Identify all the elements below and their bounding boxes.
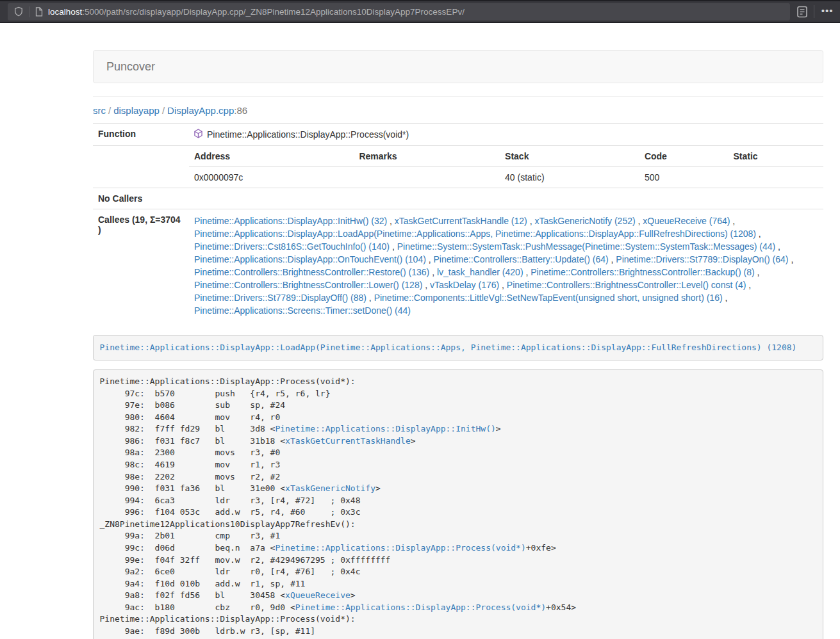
value-stack: 40 (static): [500, 167, 639, 188]
details-row: Address Remarks Stack Code Static 0x0000…: [93, 146, 823, 188]
callee-link[interactable]: xQueueReceive (764): [643, 216, 730, 226]
url-bar[interactable]: localhost:5000/path/src/displayapp/Displ…: [8, 3, 790, 20]
details-header-row: Address Remarks Stack Code Static: [189, 146, 823, 167]
function-name: Pinetime::Applications::DisplayApp::Proc…: [207, 129, 409, 140]
callee-link[interactable]: Pinetime::System::SystemTask::PushMessag…: [397, 241, 776, 252]
callees-row: Callees (19, Σ=3704 ) Pinetime::Applicat…: [93, 209, 823, 323]
breadcrumb-link-src[interactable]: src: [93, 105, 106, 116]
callee-link[interactable]: Pinetime::Controllers::BrightnessControl…: [194, 267, 429, 277]
col-address: Address: [189, 146, 354, 167]
loadapp-symbol-box: Pinetime::Applications::DisplayApp::Load…: [93, 335, 823, 360]
callee-separator: ,: [636, 216, 643, 226]
callee-link[interactable]: Pinetime::Applications::Screens::Timer::…: [194, 305, 411, 316]
browser-toolbar: localhost:5000/path/src/displayapp/Displ…: [0, 0, 840, 23]
disassembly-symbol-link[interactable]: Pinetime::Applications::DisplayApp::Proc…: [295, 603, 546, 612]
callee-link[interactable]: Pinetime::Controllers::BrightnessControl…: [194, 280, 422, 290]
callee-separator: ,: [755, 267, 760, 277]
breadcrumb-line-number: :86: [234, 105, 247, 116]
page-content: Puncover src/displayapp/DisplayApp.cpp:8…: [93, 23, 823, 639]
brand-title[interactable]: Puncover: [94, 60, 155, 74]
toolbar-divider: [814, 5, 814, 18]
callee-link[interactable]: Pinetime::Drivers::St7789::DisplayOn() (…: [616, 254, 788, 264]
function-row: Function Pinetime::Applications::Display…: [93, 124, 823, 146]
breadcrumb-separator: /: [162, 105, 165, 116]
cube-icon: [194, 129, 207, 140]
callees-label: Callees (19, Σ=3704 ): [93, 209, 189, 323]
col-remarks: Remarks: [354, 146, 500, 167]
callee-link[interactable]: Pinetime::Applications::DisplayApp::OnTo…: [194, 254, 426, 264]
callee-link[interactable]: Pinetime::Controllers::Battery::Update()…: [434, 254, 609, 264]
disassembly-symbol-link[interactable]: xTaskGetCurrentTaskHandle: [285, 436, 411, 446]
col-static: Static: [728, 146, 823, 167]
breadcrumb: src/displayapp/DisplayApp.cpp:86: [93, 105, 823, 116]
callee-separator: ,: [746, 280, 751, 290]
disassembly-block: Pinetime::Applications::DisplayApp::Proc…: [93, 369, 823, 639]
callee-link[interactable]: Pinetime::Controllers::BrightnessControl…: [531, 267, 754, 277]
no-callers-label: No Callers: [93, 188, 189, 209]
details-value-row: 0x0000097c 40 (static) 500: [189, 167, 823, 188]
breadcrumb-link-file[interactable]: DisplayApp.cpp: [167, 105, 234, 116]
url-text[interactable]: localhost:5000/path/src/displayapp/Displ…: [48, 7, 465, 17]
url-host: localhost: [48, 7, 82, 17]
reader-mode-icon[interactable]: [797, 6, 807, 18]
callee-separator: ,: [390, 241, 397, 252]
navbar: Puncover: [93, 50, 823, 83]
loadapp-symbol-link[interactable]: Pinetime::Applications::DisplayApp::Load…: [100, 343, 797, 352]
divider: [93, 96, 823, 97]
shield-icon[interactable]: [14, 6, 23, 17]
disassembly-symbol-link[interactable]: xTaskGenericNotify: [285, 483, 375, 493]
disassembly-symbol-link[interactable]: Pinetime::Applications::DisplayApp::Init…: [275, 424, 495, 433]
urlbar-divider: [29, 6, 29, 17]
callee-link[interactable]: Pinetime::Components::LittleVgl::SetNewT…: [374, 293, 723, 303]
url-path: :5000/path/src/displayapp/DisplayApp.cpp…: [82, 7, 465, 17]
callee-separator: ,: [789, 254, 794, 264]
callee-separator: ,: [387, 216, 395, 226]
callee-link[interactable]: xTaskGenericNotify (252): [534, 216, 635, 226]
callee-link[interactable]: Pinetime::Drivers::Cst816S::GetTouchInfo…: [194, 241, 390, 252]
value-remarks: [354, 167, 500, 188]
value-address: 0x0000097c: [189, 167, 354, 188]
callee-link[interactable]: lv_task_handler (420): [437, 267, 523, 277]
col-code: Code: [639, 146, 729, 167]
callee-separator: ,: [723, 293, 728, 303]
disassembly-symbol-link[interactable]: xQueueReceive: [285, 590, 350, 600]
value-code: 500: [639, 167, 729, 188]
callee-link[interactable]: Pinetime::Applications::DisplayApp::Init…: [194, 216, 387, 226]
callee-separator: ,: [756, 229, 761, 239]
no-callers-row: No Callers: [93, 188, 823, 209]
callee-separator: ,: [523, 267, 531, 277]
callee-link[interactable]: xTaskGetCurrentTaskHandle (12): [395, 216, 527, 226]
callee-link[interactable]: vTaskDelay (176): [430, 280, 499, 290]
callee-link[interactable]: Pinetime::Controllers::BrightnessControl…: [507, 280, 746, 290]
col-stack: Stack: [500, 146, 639, 167]
value-static: [728, 167, 823, 188]
breadcrumb-separator: /: [108, 105, 111, 116]
callee-separator: ,: [429, 267, 437, 277]
callee-separator: ,: [366, 293, 374, 303]
callee-separator: ,: [775, 241, 780, 252]
callee-separator: ,: [422, 280, 430, 290]
disassembly-symbol-link[interactable]: Pinetime::Applications::DisplayApp::Proc…: [275, 543, 525, 553]
page-icon[interactable]: [35, 7, 43, 17]
function-table: Function Pinetime::Applications::Display…: [93, 123, 823, 322]
function-details-table: Address Remarks Stack Code Static 0x0000…: [189, 146, 823, 188]
callee-separator: ,: [499, 280, 507, 290]
callee-link[interactable]: Pinetime::Applications::DisplayApp::Load…: [194, 229, 756, 239]
function-label: Function: [93, 124, 189, 146]
callee-link[interactable]: Pinetime::Drivers::St7789::DisplayOff() …: [194, 293, 366, 303]
menu-dots-icon[interactable]: •••: [821, 6, 834, 18]
disassembly-code: Pinetime::Applications::DisplayApp::Proc…: [100, 376, 577, 639]
callee-separator: ,: [527, 216, 535, 226]
callee-separator: ,: [426, 254, 434, 264]
callee-separator: ,: [730, 216, 735, 226]
breadcrumb-link-displayapp[interactable]: displayapp: [113, 105, 160, 116]
callees-list: Pinetime::Applications::DisplayApp::Init…: [189, 209, 823, 323]
callee-separator: ,: [609, 254, 616, 264]
